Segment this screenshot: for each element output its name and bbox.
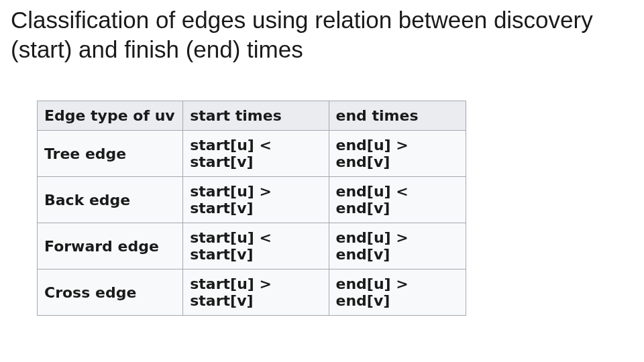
table-row: Cross edge start[u] > start[v] end[u] > … (38, 269, 466, 316)
cell-end-times: end[u] > end[v] (329, 269, 466, 316)
cell-edge-type: Cross edge (38, 269, 183, 316)
cell-edge-type: Forward edge (38, 223, 183, 269)
table-row: Back edge start[u] > start[v] end[u] < e… (38, 177, 466, 223)
page-title: Classification of edges using relation b… (11, 5, 633, 64)
col-header-start-times: start times (183, 101, 329, 131)
slide: Classification of edges using relation b… (0, 0, 644, 362)
cell-start-times: start[u] < start[v] (183, 223, 329, 269)
table-row: Forward edge start[u] < start[v] end[u] … (38, 223, 466, 269)
cell-start-times: start[u] < start[v] (183, 131, 329, 177)
table-row: Tree edge start[u] < start[v] end[u] > e… (38, 131, 466, 177)
table-header-row: Edge type of uv start times end times (38, 101, 466, 131)
cell-start-times: start[u] > start[v] (183, 177, 329, 223)
col-header-edge-type: Edge type of uv (38, 101, 183, 131)
cell-start-times: start[u] > start[v] (183, 269, 329, 316)
edge-classification-table-wrap: Edge type of uv start times end times Tr… (37, 101, 466, 316)
cell-end-times: end[u] > end[v] (329, 131, 466, 177)
cell-edge-type: Tree edge (38, 131, 183, 177)
col-header-end-times: end times (329, 101, 466, 131)
edge-classification-table: Edge type of uv start times end times Tr… (37, 101, 466, 316)
cell-end-times: end[u] > end[v] (329, 223, 466, 269)
cell-end-times: end[u] < end[v] (329, 177, 466, 223)
cell-edge-type: Back edge (38, 177, 183, 223)
